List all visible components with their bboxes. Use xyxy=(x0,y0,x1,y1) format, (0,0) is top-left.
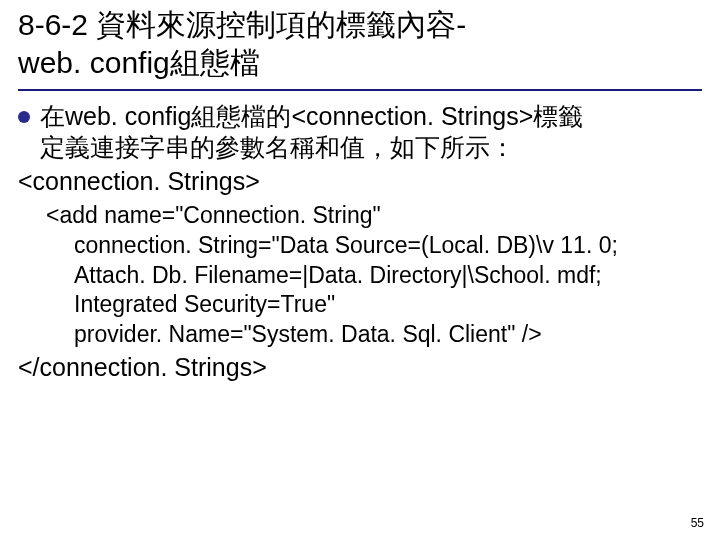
bullet-line-2: 定義連接字串的參數名稱和值，如下所示： xyxy=(40,133,515,161)
bullet-line-1: 在web. config組態檔的<connection. Strings>標籤 xyxy=(40,102,583,130)
bullet-marker-icon xyxy=(18,111,30,123)
code-line-2: connection. String="Data Source=(Local. … xyxy=(46,231,702,261)
bullet-text: 在web. config組態檔的<connection. Strings>標籤 … xyxy=(40,101,702,164)
bullet-item: 在web. config組態檔的<connection. Strings>標籤 … xyxy=(18,101,702,164)
xml-open-tag: <connection. Strings> xyxy=(18,166,702,197)
code-line-3: Attach. Db. Filename=|Data. Directory|\S… xyxy=(46,261,702,291)
page-number: 55 xyxy=(691,516,704,530)
slide: 8-6-2 資料來源控制項的標籤內容- web. config組態檔 在web.… xyxy=(0,0,720,540)
code-block: <add name="Connection. String" connectio… xyxy=(46,201,702,350)
title-line-2: web. config組態檔 xyxy=(18,46,260,79)
slide-body: 在web. config組態檔的<connection. Strings>標籤 … xyxy=(18,101,702,383)
xml-close-tag: </connection. Strings> xyxy=(18,352,702,383)
title-line-1: 8-6-2 資料來源控制項的標籤內容- xyxy=(18,8,466,41)
code-line-5: provider. Name="System. Data. Sql. Clien… xyxy=(46,320,702,350)
code-line-1: <add name="Connection. String" xyxy=(46,201,702,231)
code-line-4: Integrated Security=True" xyxy=(46,290,702,320)
slide-title: 8-6-2 資料來源控制項的標籤內容- web. config組態檔 xyxy=(18,6,702,91)
